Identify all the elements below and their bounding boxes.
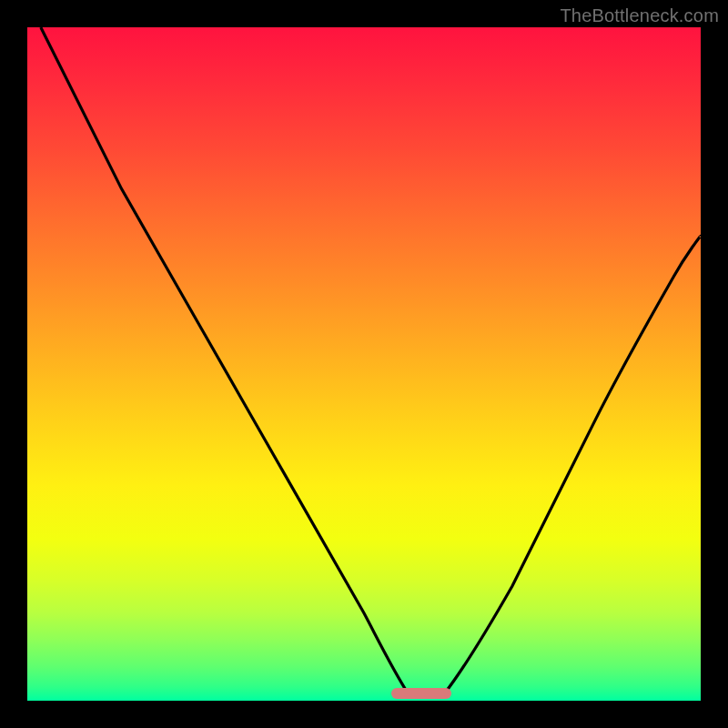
- optimal-zone-marker: [391, 688, 452, 699]
- chart-frame: TheBottleneck.com: [0, 0, 728, 728]
- plot-area: [27, 27, 701, 701]
- attribution-text: TheBottleneck.com: [560, 5, 719, 26]
- left-curve: [41, 27, 408, 693]
- right-curve: [445, 236, 701, 693]
- curve-layer: [27, 27, 701, 701]
